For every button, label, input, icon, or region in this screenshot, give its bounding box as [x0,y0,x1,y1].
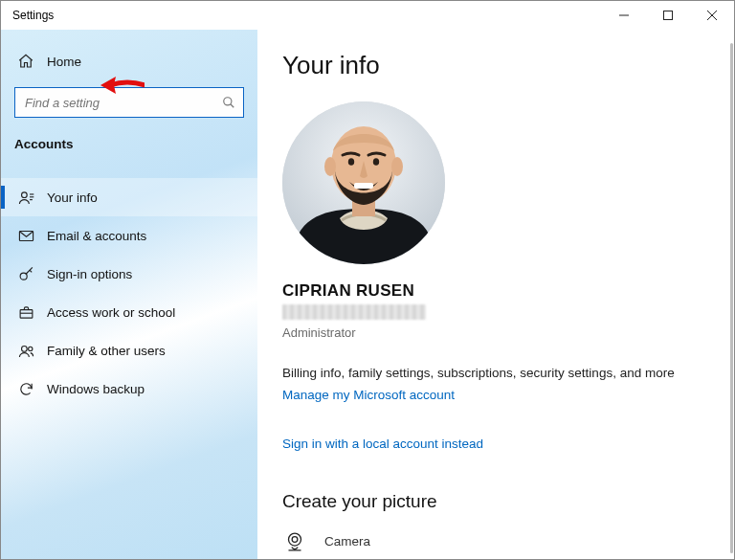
content-inner: Your info [257,30,703,559]
close-button[interactable] [690,1,734,30]
svg-point-22 [348,158,354,166]
nav-list: Your info Email & accounts Sign-in optio… [14,178,244,408]
svg-point-14 [21,346,27,351]
your-info-icon [14,190,37,206]
search-input[interactable] [23,95,222,111]
svg-point-24 [289,533,301,546]
nav-item-windows-backup[interactable]: Windows backup [1,370,257,408]
page-heading: Your info [282,51,703,80]
nav-label: Windows backup [47,382,145,396]
home-button[interactable]: Home [14,47,244,76]
nav-item-family-other-users[interactable]: Family & other users [1,331,257,370]
user-name: CIPRIAN RUSEN [282,281,703,301]
nav-item-sign-in-options[interactable]: Sign-in options [1,255,257,293]
svg-rect-12 [20,309,33,318]
scrollbar[interactable] [730,43,733,553]
mail-icon [14,228,37,244]
camera-icon [282,529,307,554]
key-icon [14,266,37,282]
nav-label: Sign-in options [47,267,132,281]
svg-point-15 [28,347,32,350]
nav-item-email-accounts[interactable]: Email & accounts [1,216,257,255]
titlebar: Settings [1,1,734,30]
briefcase-icon [14,304,37,321]
home-label: Home [47,55,81,69]
svg-point-4 [224,98,232,105]
maximize-icon [663,11,673,20]
redacted-email [282,304,426,320]
people-icon [14,343,37,359]
avatar-image [282,101,445,264]
window-controls [602,1,734,30]
nav-label: Family & other users [47,344,166,358]
nav-label: Your info [47,190,98,205]
body: Home Accounts [1,30,734,559]
settings-window: Settings Home [0,0,735,560]
billing-description: Billing info, family settings, subscript… [282,365,703,382]
manage-account-link[interactable]: Manage my Microsoft account [282,388,455,402]
category-title: Accounts [14,137,244,151]
minimize-icon [619,11,629,20]
svg-line-5 [231,104,234,108]
home-icon [14,53,37,70]
content-area: Your info [257,30,734,559]
minimize-button[interactable] [602,1,646,30]
search-icon [222,96,235,109]
svg-point-25 [292,536,298,542]
nav-label: Email & accounts [47,229,146,243]
svg-point-6 [21,191,27,197]
picture-heading: Create your picture [282,491,703,512]
nav-item-your-info[interactable]: Your info [1,178,257,216]
svg-point-23 [373,158,379,166]
local-account-link[interactable]: Sign in with a local account instead [282,437,483,451]
nav-item-access-work-school[interactable]: Access work or school [1,293,257,331]
annotation-arrow [100,74,145,97]
svg-rect-1 [664,11,673,20]
user-role: Administrator [282,325,703,340]
sync-icon [14,381,37,397]
avatar [282,101,445,264]
svg-point-20 [391,157,403,176]
svg-point-19 [324,157,336,176]
sidebar: Home Accounts [1,30,257,559]
camera-label: Camera [324,534,370,549]
maximize-button[interactable] [646,1,690,30]
nav-label: Access work or school [47,305,175,320]
window-title: Settings [12,9,54,22]
svg-rect-21 [354,183,373,189]
camera-option[interactable]: Camera [282,529,703,554]
close-icon [707,11,717,20]
